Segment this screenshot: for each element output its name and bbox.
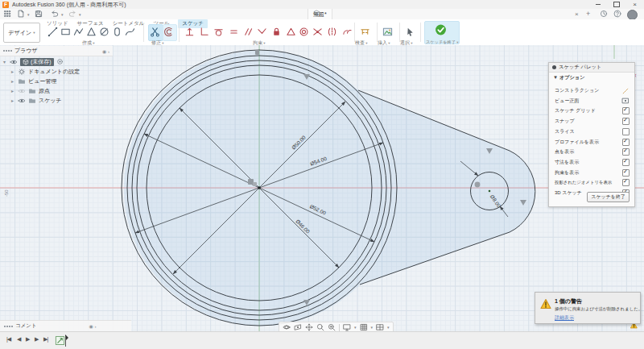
horizontal-vertical-constraint-icon[interactable] — [256, 26, 268, 38]
slot-tool-icon[interactable] — [111, 26, 123, 38]
finish-sketch-check-icon[interactable] — [435, 23, 447, 35]
visibility-eye-icon[interactable] — [18, 97, 26, 105]
timeline-skip-start-button[interactable]: |◀ — [6, 336, 10, 343]
tangent-constraint-icon[interactable] — [213, 26, 225, 38]
maximize-button[interactable] — [613, 2, 620, 7]
construction-icon[interactable] — [621, 87, 630, 95]
help-icon[interactable] — [613, 10, 621, 18]
file-menu-icon[interactable] — [17, 10, 25, 18]
offset-tool-icon[interactable] — [163, 26, 175, 38]
select-cursor-icon[interactable] — [404, 26, 416, 38]
display-settings-icon[interactable] — [343, 323, 351, 331]
browser-row-view-mgmt[interactable]: ▸ ビュー管理 — [11, 77, 56, 85]
fit-zoom-icon[interactable] — [328, 323, 336, 331]
expand-icon[interactable]: ▸ — [11, 98, 15, 103]
inspect-measure-icon[interactable] — [359, 26, 371, 38]
timeline-sketch-feature[interactable] — [55, 335, 65, 346]
warning-details-link[interactable]: 詳細表示 — [555, 314, 574, 322]
save-icon[interactable] — [35, 10, 43, 18]
look-at-icon[interactable] — [621, 97, 630, 105]
palette-row-snap[interactable]: スナップ — [555, 117, 630, 126]
job-status-icon[interactable] — [600, 10, 608, 18]
undo-icon[interactable] — [51, 10, 59, 18]
orbit-icon[interactable] — [283, 323, 291, 331]
circle-tool-icon[interactable] — [98, 26, 110, 38]
line-tool-icon[interactable] — [47, 26, 59, 38]
close-tab-icon[interactable]: × — [575, 10, 579, 18]
browser-row-sketches[interactable]: ▸ スケッチ — [11, 96, 62, 105]
design-workspace-button[interactable]: デザイン ▾ — [3, 23, 40, 43]
curvature-constraint-icon[interactable] — [341, 26, 353, 38]
palette-row-look-at[interactable]: ビュー正面 — [555, 97, 630, 106]
expand-icon[interactable]: ▸ — [11, 69, 15, 74]
origin-point[interactable] — [258, 186, 261, 189]
chevron-down-icon[interactable]: ▾ — [354, 325, 357, 330]
sketch-canvas[interactable]: Ø50.00 Ø54.00 Ø52.00 Ø46.00 Ø8.00 -50 ✕ — [0, 45, 644, 331]
polyline-tool-icon[interactable] — [72, 26, 85, 38]
data-panel-icon[interactable] — [3, 10, 11, 18]
chevron-down-icon[interactable]: ▾ — [387, 325, 390, 330]
checkbox[interactable] — [622, 107, 630, 114]
root-document-chip[interactable]: (未保存) — [20, 58, 54, 66]
chevron-down-icon[interactable]: ▾ — [371, 325, 374, 330]
checkbox[interactable] — [622, 118, 630, 125]
palette-header[interactable]: スケッチ パレット — [549, 63, 634, 73]
palette-row-show-profile[interactable]: プロファイルを表示 — [555, 138, 630, 147]
polygon-constraint-icon[interactable] — [285, 26, 297, 38]
browser-header[interactable]: ブラウザ ◉ › — [0, 46, 113, 56]
expand-icon[interactable]: ▸ — [11, 78, 15, 84]
timeline-play-button[interactable]: ▶ — [26, 336, 29, 343]
profile-region[interactable] — [124, 51, 535, 326]
palette-row-construction[interactable]: コンストラクション — [555, 86, 630, 95]
minimize-button[interactable] — [596, 4, 601, 5]
file-menu-caret-icon[interactable]: ▾ — [27, 12, 30, 17]
checkbox[interactable] — [622, 128, 630, 135]
checkbox[interactable] — [622, 159, 630, 166]
activate-radio-icon[interactable] — [56, 58, 64, 65]
zoom-icon[interactable] — [316, 323, 324, 331]
new-tab-icon[interactable]: + — [586, 10, 590, 18]
equal-constraint-icon[interactable] — [228, 26, 240, 38]
timeline-step-back-button[interactable]: ◀ — [17, 336, 20, 343]
concentric-constraint-icon[interactable] — [298, 26, 310, 38]
document-tab[interactable]: 無題* — [308, 9, 332, 19]
rectangle-tool-icon[interactable] — [60, 26, 72, 38]
palette-row-show-points[interactable]: 点を表示 — [555, 147, 630, 156]
panel-options-icon[interactable]: ◉ › — [102, 48, 109, 54]
timeline-step-forward-button[interactable]: ▶ — [35, 336, 38, 343]
browser-row-origin[interactable]: ▸ 原点 — [11, 86, 50, 95]
comments-bar[interactable]: コメント ◉ › — [0, 320, 131, 332]
checkbox[interactable] — [622, 148, 630, 156]
visibility-eye-icon[interactable] — [18, 87, 26, 95]
perpendicular-constraint-icon[interactable] — [198, 26, 210, 38]
insert-image-icon[interactable] — [382, 26, 394, 38]
panel-options-icon[interactable]: ◉ › — [89, 323, 97, 329]
grid-settings-icon[interactable] — [360, 323, 368, 331]
redo-icon[interactable] — [68, 10, 76, 18]
viewports-icon[interactable] — [376, 323, 384, 331]
finish-sketch-button[interactable]: スケッチを終了 — [587, 192, 630, 202]
sketch-dimension-icon[interactable] — [184, 26, 196, 38]
browser-root-row[interactable]: ▾ (未保存) — [3, 57, 64, 66]
midpoint-constraint-icon[interactable] — [312, 26, 324, 38]
trim-scissors-icon[interactable] — [149, 26, 161, 38]
drag-handle-icon[interactable] — [3, 50, 12, 52]
palette-row-show-projected[interactable]: 投影されたジオメトリを表示 — [555, 178, 630, 187]
hole-center-point[interactable] — [489, 190, 491, 193]
timeline-marker-line[interactable] — [65, 336, 66, 347]
cone-tool-icon[interactable] — [85, 26, 97, 38]
palette-section-options[interactable]: ▼ オプション — [553, 74, 585, 81]
symmetry-constraint-icon[interactable] — [326, 26, 338, 38]
browser-row-doc-settings[interactable]: ▸ ドキュメントの設定 — [11, 67, 80, 76]
pan-icon[interactable] — [305, 323, 313, 331]
spline-tool-icon[interactable] — [124, 26, 136, 38]
palette-row-slice[interactable]: スライス — [555, 127, 630, 136]
expand-icon[interactable]: ▾ — [3, 59, 7, 64]
timeline-skip-end-button[interactable]: ▶| — [43, 336, 47, 343]
visibility-eye-icon[interactable] — [10, 58, 18, 66]
expand-icon[interactable]: ▸ — [11, 88, 15, 93]
redo-caret-icon[interactable]: ▾ — [79, 12, 81, 17]
palette-row-show-constraints[interactable]: 拘束を表示 — [555, 168, 630, 177]
palette-row-sketch-grid[interactable]: スケッチ グリッド — [555, 106, 630, 115]
look-at-icon[interactable] — [294, 323, 302, 331]
